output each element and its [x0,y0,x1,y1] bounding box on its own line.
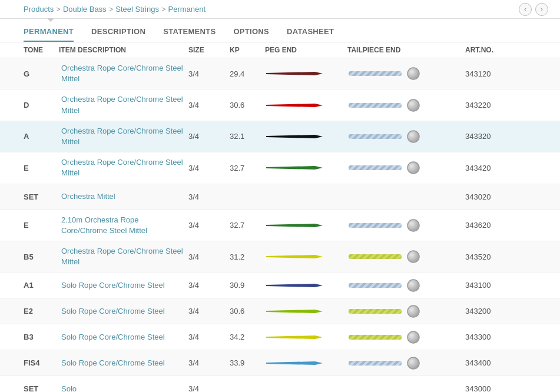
breadcrumb-double-bass[interactable]: Double Bass [63,5,107,14]
cell-peg-end [265,191,347,202]
cell-description: Orchestra Rope Core/Chrome Steel Mittel [59,241,188,272]
cell-artno: 343220 [465,101,524,109]
svg-point-24 [407,220,419,231]
cell-size: 3/4 [188,281,230,290]
cell-size: 3/4 [188,101,230,109]
table-row[interactable]: E2.10m Orchestra Rope Core/Chrome Steel … [0,210,560,241]
svg-rect-23 [349,223,402,228]
cell-peg-end [265,68,347,79]
cell-peg-end [265,280,347,291]
cell-tone: A [24,127,59,145]
svg-rect-13 [349,134,402,139]
svg-point-39 [407,305,419,317]
table-row[interactable]: SETOrchestra Mittel3/4343020 [0,184,560,210]
cell-tone: B5 [24,248,59,266]
cell-kp: 33.9 [230,358,265,367]
nav-next-button[interactable]: › [535,3,548,16]
nav-prev-button[interactable]: ‹ [519,3,532,16]
cell-description: Solo Rope Core/Chrome Steel [59,301,188,321]
tab-options[interactable]: OPTIONS [233,24,269,42]
breadcrumb-products[interactable]: Products [24,5,54,14]
cell-kp: 30.9 [230,281,265,290]
cell-peg-end [265,220,347,231]
cell-peg-end [265,99,347,111]
cell-kp: 30.6 [230,307,265,315]
cell-tailpiece-end [347,67,465,80]
cell-peg-end [265,357,347,369]
table-row[interactable]: EOrchestra Rope Core/Chrome Steel Mittel… [0,152,560,184]
breadcrumb-steel-strings[interactable]: Steel Strings [115,5,159,14]
cell-tailpiece-end [347,357,465,370]
cell-artno: 343100 [465,281,524,290]
svg-point-4 [407,68,419,79]
cell-description: Solo Rope Core/Chrome Steel [59,327,188,347]
cell-peg-end [265,305,347,317]
svg-rect-28 [349,254,402,259]
svg-point-9 [407,99,419,111]
svg-marker-15 [266,166,323,170]
cell-size: 3/4 [188,221,230,230]
cell-tailpiece-end [347,130,465,143]
cell-size: 3/4 [188,333,230,341]
svg-marker-20 [266,224,323,227]
table-row[interactable]: E2Solo Rope Core/Chrome Steel3/430.6 [0,298,560,324]
cell-artno: 343320 [465,132,524,141]
cell-kp: 32.1 [230,132,265,141]
cell-kp: 34.2 [230,333,265,341]
cell-tone: SET [24,380,59,392]
col-size: SIZE [188,46,230,54]
table-row[interactable]: B5Orchestra Rope Core/Chrome Steel Mitte… [0,241,560,273]
col-peg: PEG END [265,46,347,54]
svg-marker-45 [266,361,323,365]
breadcrumb: Products > Double Bass > Steel Strings >… [0,0,560,19]
svg-marker-35 [266,310,323,313]
cell-size: 3/4 [188,307,230,315]
cell-tone: SET [24,188,59,206]
cell-tone: E [24,159,59,177]
cell-size: 3/4 [188,132,230,141]
table-row[interactable]: B3Solo Rope Core/Chrome Steel3/434.2 [0,324,560,350]
cell-artno: 343620 [465,221,524,230]
cell-kp: 31.2 [230,253,265,261]
tab-permanent[interactable]: PERMANENT [24,24,74,42]
svg-rect-43 [349,335,402,340]
cell-tailpiece-end [347,250,465,263]
table-row[interactable]: A1Solo Rope Core/Chrome Steel3/430.9 [0,273,560,298]
table-body: GOrchestra Rope Core/Chrome Steel Mittel… [0,58,560,392]
cell-artno: 343400 [465,358,524,367]
table-header: TONE ITEM DESCRIPTION SIZE kp PEG END TA… [0,42,560,58]
cell-size: 3/4 [188,384,230,392]
cell-size: 3/4 [188,69,230,78]
svg-rect-8 [349,103,402,108]
svg-marker-0 [266,72,323,75]
table-row[interactable]: AOrchestra Rope Core/Chrome Steel Mittel… [0,121,560,152]
svg-rect-3 [349,71,402,76]
cell-size: 3/4 [188,164,230,172]
table-row[interactable]: GOrchestra Rope Core/Chrome Steel Mittel… [0,58,560,89]
cell-description: Orchestra Rope Core/Chrome Steel Mittel [59,121,188,152]
svg-point-19 [407,162,419,174]
cell-tone: A1 [24,276,59,294]
tab-datasheet[interactable]: DATASHEET [287,24,334,42]
svg-point-14 [407,131,419,142]
breadcrumb-permanent[interactable]: Permanent [168,5,206,14]
cell-description: Solo Rope Core/Chrome Steel [59,353,188,373]
table-row[interactable]: DOrchestra Rope Core/Chrome Steel Mittel… [0,89,560,121]
tabs-bar: PERMANENT DESCRIPTION STATEMENTS OPTIONS… [0,19,560,42]
cell-tone: E [24,216,59,234]
tab-description[interactable]: DESCRIPTION [91,24,145,42]
cell-peg-end [265,131,347,142]
cell-artno: 343020 [465,192,524,201]
cell-kp: 32.7 [230,164,265,172]
tab-statements[interactable]: STATEMENTS [163,24,216,42]
col-artno: ART.NO. [465,46,524,54]
table-row[interactable]: FIS4Solo Rope Core/Chrome Steel3/433.9 [0,350,560,376]
table-row[interactable]: SETSolo3/4343000 [0,376,560,392]
svg-rect-18 [349,165,402,170]
cell-description: Orchestra Rope Core/Chrome Steel Mittel [59,58,188,89]
svg-marker-10 [266,135,323,138]
cell-peg-end [265,383,347,392]
cell-artno: 343300 [465,333,524,341]
nav-arrows: ‹ › [519,3,548,16]
cell-artno: 343200 [465,307,524,315]
